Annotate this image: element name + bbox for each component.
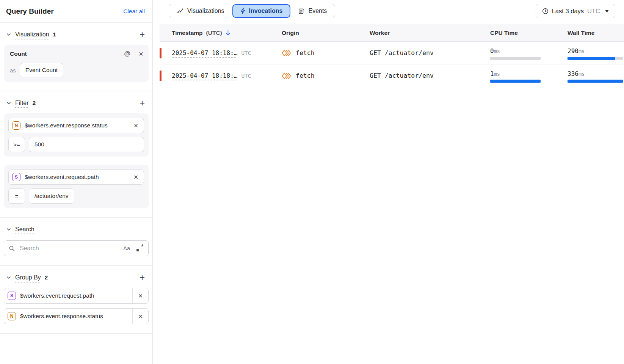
wall-time-bar: [568, 57, 623, 60]
visualization-card: Count @ × as Event Count: [4, 45, 149, 82]
regex-icon[interactable]: *: [136, 245, 144, 252]
clock-icon: [542, 8, 549, 14]
tab-events[interactable]: Events: [290, 4, 335, 18]
remove-visualization-button[interactable]: ×: [139, 50, 143, 58]
wall-time-bar: [568, 80, 623, 83]
group-by-section-label[interactable]: Group By: [15, 274, 41, 281]
tab-label: Invocations: [249, 8, 283, 14]
visualization-section-label[interactable]: Visualization: [15, 31, 49, 38]
match-case-icon[interactable]: Aa: [123, 245, 130, 251]
filter-operator-select[interactable]: =: [8, 188, 25, 204]
timestamp-link[interactable]: 2025-04-07 18:18:…: [172, 49, 237, 56]
chevron-down-icon[interactable]: [6, 227, 11, 232]
page-title: Query Builder: [6, 7, 54, 16]
clear-all-link[interactable]: Clear all: [123, 8, 145, 15]
group-by-field-row: S $workers.event.request.path ×: [4, 288, 149, 304]
group-by-field-select[interactable]: $workers.event.response.status: [20, 313, 132, 320]
table-header: Timestamp (UTC) Origin Worker CPU Time W…: [160, 24, 624, 42]
search-section-label[interactable]: Search: [15, 226, 34, 233]
search-icon: [9, 245, 15, 252]
remove-filter-button[interactable]: ×: [128, 170, 144, 184]
column-unit: (UTC): [206, 30, 222, 36]
worker-value: GET /actuator/env: [370, 72, 490, 79]
time-range-dropdown[interactable]: Last 3 days UTC: [536, 4, 615, 18]
filter-field-row: N $workers.event.response.status ×: [8, 118, 144, 133]
cpu-time-bar: [490, 57, 541, 60]
query-builder-header: Query Builder Clear all: [0, 0, 152, 23]
workers-origin-icon: [282, 49, 292, 57]
add-visualization-button[interactable]: +: [138, 30, 146, 39]
wall-time-unit: ms: [579, 48, 585, 54]
chevron-down-icon[interactable]: [6, 275, 11, 280]
group-by-section: Group By 2 + S $workers.event.request.pa…: [0, 266, 152, 334]
lightning-icon: [240, 8, 246, 14]
wall-time-value: 336: [568, 70, 579, 77]
column-wall-time[interactable]: Wall Time: [568, 30, 624, 36]
remove-group-by-button[interactable]: ×: [132, 309, 148, 324]
invocation-row[interactable]: 2025-04-07 18:18:… UTC fetch GET /actuat…: [160, 64, 624, 87]
chevron-down-icon[interactable]: [6, 100, 11, 106]
alias-input[interactable]: Event Count: [20, 63, 63, 77]
string-type-badge: S: [12, 173, 20, 181]
remove-filter-button[interactable]: ×: [128, 118, 144, 133]
cpu-time-value: 0: [490, 47, 494, 55]
visualization-count: 1: [53, 31, 56, 38]
workers-origin-icon: [282, 72, 292, 80]
visualization-function-label[interactable]: Count: [10, 50, 124, 57]
chevron-down-icon[interactable]: [6, 32, 11, 37]
filter-field-select[interactable]: $workers.event.request.path: [25, 174, 128, 180]
filter-field-row: S $workers.event.request.path ×: [8, 169, 144, 185]
invocations-table: Timestamp (UTC) Origin Worker CPU Time W…: [160, 24, 624, 364]
wall-time-unit: ms: [579, 71, 585, 77]
line-chart-icon: [177, 8, 184, 14]
visualization-section: Visualization 1 + Count @ × as Event Cou…: [0, 23, 152, 91]
tab-visualizations[interactable]: Visualizations: [169, 4, 232, 18]
search-box: Aa *: [4, 240, 149, 256]
timestamp-timezone: UTC: [241, 50, 251, 56]
tab-invocations[interactable]: Invocations: [232, 4, 291, 18]
cpu-time-value: 1: [490, 70, 494, 77]
tab-label: Visualizations: [187, 8, 224, 14]
time-range-label: Last 3 days: [552, 8, 584, 15]
error-indicator: [160, 48, 161, 58]
column-origin[interactable]: Origin: [282, 30, 370, 36]
search-input[interactable]: [19, 245, 119, 252]
filter-value-input[interactable]: 500: [29, 137, 144, 152]
column-timestamp[interactable]: Timestamp (UTC): [172, 30, 282, 36]
timestamp-timezone: UTC: [241, 73, 251, 79]
column-worker[interactable]: Worker: [370, 30, 490, 36]
group-by-field-select[interactable]: $workers.event.request.path: [20, 292, 132, 299]
search-section: Search Aa *: [0, 218, 152, 266]
filter-card: S $workers.event.request.path × = /actua…: [4, 165, 149, 208]
column-cpu-time[interactable]: CPU Time: [490, 30, 568, 36]
wall-time-value: 290: [568, 47, 579, 55]
filter-value-input[interactable]: /actuator/env: [29, 188, 74, 204]
document-icon: [298, 8, 305, 14]
filter-card: N $workers.event.response.status × >= 50…: [4, 113, 149, 157]
filter-count: 2: [33, 100, 36, 107]
origin-value: fetch: [296, 72, 315, 79]
number-type-badge: N: [12, 121, 20, 130]
filter-operator-select[interactable]: >=: [8, 137, 25, 152]
filter-field-select[interactable]: $workers.event.response.status: [25, 122, 128, 129]
view-tab-group: Visualizations Invocations Events: [169, 4, 335, 18]
sort-descending-icon[interactable]: [226, 30, 230, 36]
time-range-timezone: UTC: [587, 8, 600, 15]
results-panel: Visualizations Invocations Events: [153, 0, 624, 364]
error-indicator: [160, 71, 161, 81]
add-filter-button[interactable]: +: [138, 99, 146, 108]
string-type-badge: S: [8, 292, 16, 300]
caret-down-icon: [605, 10, 609, 13]
cpu-time-unit: ms: [494, 48, 500, 54]
timestamp-link[interactable]: 2025-04-07 18:18:…: [172, 72, 237, 79]
group-by-count: 2: [45, 274, 48, 281]
tab-label: Events: [308, 8, 327, 14]
filter-section-label[interactable]: Filter: [15, 100, 29, 107]
at-icon[interactable]: @: [124, 50, 130, 58]
invocation-row[interactable]: 2025-04-07 18:18:… UTC fetch GET /actuat…: [160, 42, 624, 64]
worker-value: GET /actuator/env: [370, 49, 490, 56]
remove-group-by-button[interactable]: ×: [132, 288, 148, 303]
query-builder-panel: Query Builder Clear all Visualization 1 …: [0, 0, 153, 364]
add-group-by-button[interactable]: +: [138, 273, 146, 282]
group-by-field-row: N $workers.event.response.status ×: [4, 308, 149, 324]
